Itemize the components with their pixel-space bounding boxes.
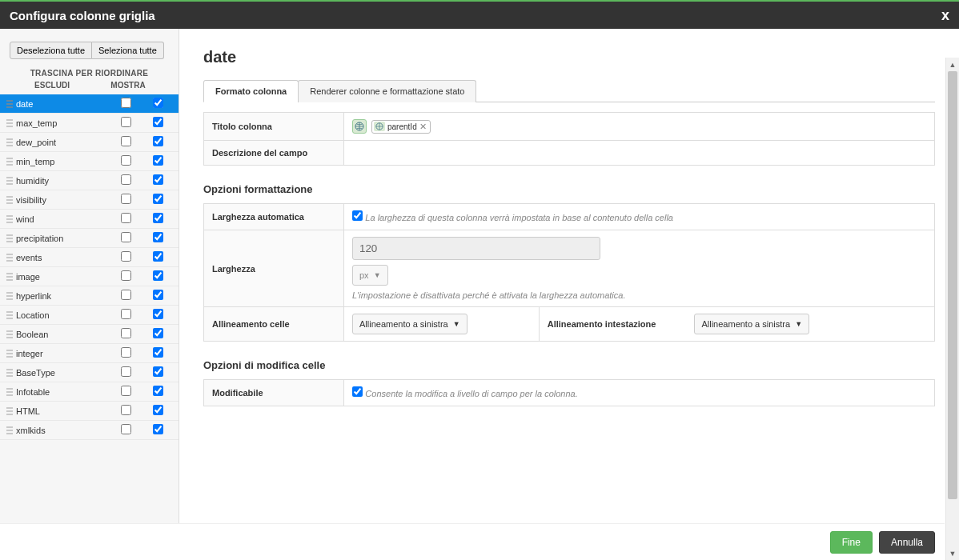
field-row[interactable]: Location (0, 306, 179, 325)
drag-handle-icon[interactable] (6, 350, 13, 358)
drag-handle-icon[interactable] (6, 369, 13, 377)
drag-handle-icon[interactable] (6, 100, 13, 108)
chip-remove-icon[interactable]: ✕ (419, 122, 427, 132)
drag-handle-icon[interactable] (6, 311, 13, 319)
parent-id-chip[interactable]: parentId ✕ (371, 120, 431, 134)
field-row[interactable]: xmlkids (0, 421, 179, 440)
exclude-checkbox[interactable] (121, 309, 131, 319)
show-checkbox[interactable] (153, 309, 163, 319)
drag-handle-icon[interactable] (6, 177, 13, 185)
show-checkbox[interactable] (153, 98, 163, 108)
exclude-checkbox[interactable] (121, 213, 131, 223)
field-row[interactable]: date (0, 94, 179, 114)
scroll-up-arrow-icon[interactable]: ▲ (946, 58, 959, 71)
svg-rect-2 (6, 106, 13, 108)
show-checkbox[interactable] (153, 424, 163, 434)
show-checkbox[interactable] (153, 117, 163, 127)
tab-format[interactable]: Formato colonna (203, 80, 299, 102)
field-row[interactable]: humidity (0, 171, 179, 190)
show-checkbox[interactable] (153, 290, 163, 300)
show-checkbox[interactable] (153, 347, 163, 358)
field-row[interactable]: Boolean (0, 325, 179, 344)
drag-handle-icon[interactable] (6, 273, 13, 281)
drag-handle-icon[interactable] (6, 407, 13, 415)
field-row[interactable]: HTML (0, 402, 179, 421)
svg-rect-41 (6, 356, 13, 358)
drag-handle-icon[interactable] (6, 158, 13, 166)
drag-handle-icon[interactable] (6, 426, 13, 434)
field-row[interactable]: events (0, 248, 179, 267)
exclude-checkbox[interactable] (121, 290, 131, 300)
exclude-checkbox[interactable] (121, 155, 131, 166)
width-unit-select[interactable]: px ▼ (352, 265, 388, 286)
cancel-button[interactable]: Annulla (879, 531, 935, 554)
show-checkbox[interactable] (153, 405, 163, 415)
auto-width-checkbox[interactable] (352, 210, 363, 221)
show-checkbox[interactable] (153, 155, 163, 166)
svg-rect-8 (6, 145, 13, 146)
vertical-scrollbar[interactable]: ▲ ▼ (945, 58, 959, 560)
select-all-button[interactable]: Seleziona tutte (92, 42, 164, 59)
header-align-select[interactable]: Allineamento a sinistra ▼ (694, 314, 809, 334)
deselect-all-button[interactable]: Deseleziona tutte (10, 42, 92, 59)
exclude-checkbox[interactable] (121, 270, 131, 281)
field-description-cell[interactable] (344, 141, 935, 166)
show-checkbox[interactable] (153, 213, 163, 223)
scroll-down-arrow-icon[interactable]: ▼ (946, 546, 959, 560)
show-checkbox[interactable] (153, 386, 163, 396)
drag-handle-icon[interactable] (6, 254, 13, 262)
field-row[interactable]: precipitation (0, 229, 179, 248)
globe-icon[interactable] (352, 119, 367, 134)
close-icon[interactable]: x (941, 7, 949, 24)
field-row[interactable]: wind (0, 210, 179, 229)
svg-rect-29 (6, 279, 13, 281)
field-row[interactable]: visibility (0, 190, 179, 210)
field-list[interactable]: datemax_tempdew_pointmin_temphumidityvis… (0, 94, 179, 547)
drag-handle-icon[interactable] (6, 330, 13, 338)
exclude-checkbox[interactable] (121, 347, 131, 358)
exclude-checkbox[interactable] (121, 174, 131, 185)
exclude-checkbox[interactable] (121, 366, 131, 377)
svg-rect-10 (6, 161, 13, 162)
exclude-checkbox[interactable] (121, 194, 131, 204)
drag-handle-icon[interactable] (6, 388, 13, 396)
done-button[interactable]: Fine (830, 531, 873, 554)
field-row[interactable]: image (0, 267, 179, 286)
field-row[interactable]: dew_point (0, 133, 179, 152)
field-row[interactable]: max_temp (0, 114, 179, 133)
drag-handle-icon[interactable] (6, 196, 13, 204)
exclude-checkbox[interactable] (121, 136, 131, 146)
exclude-checkbox[interactable] (121, 251, 131, 262)
exclude-checkbox[interactable] (121, 424, 131, 434)
exclude-checkbox[interactable] (121, 405, 131, 415)
exclude-header: ESCLUDI (0, 81, 104, 90)
width-input[interactable] (352, 237, 600, 260)
cell-align-select[interactable]: Allineamento a sinistra ▼ (352, 314, 467, 334)
show-checkbox[interactable] (153, 251, 163, 262)
exclude-checkbox[interactable] (121, 98, 131, 108)
editable-checkbox[interactable] (352, 386, 363, 397)
field-name: BaseType (16, 368, 110, 378)
show-checkbox[interactable] (153, 174, 163, 185)
exclude-checkbox[interactable] (121, 232, 131, 242)
tab-renderer[interactable]: Renderer colonne e formattazione stato (298, 80, 476, 102)
drag-handle-icon[interactable] (6, 119, 13, 127)
drag-handle-icon[interactable] (6, 234, 13, 242)
field-row[interactable]: min_temp (0, 152, 179, 171)
show-checkbox[interactable] (153, 232, 163, 242)
field-row[interactable]: hyperlink (0, 286, 179, 306)
exclude-checkbox[interactable] (121, 328, 131, 338)
exclude-checkbox[interactable] (121, 386, 131, 396)
field-row[interactable]: BaseType (0, 363, 179, 382)
drag-handle-icon[interactable] (6, 215, 13, 223)
show-checkbox[interactable] (153, 194, 163, 204)
exclude-checkbox[interactable] (121, 117, 131, 127)
show-checkbox[interactable] (153, 328, 163, 338)
show-checkbox[interactable] (153, 366, 163, 377)
field-row[interactable]: Infotable (0, 382, 179, 402)
drag-handle-icon[interactable] (6, 292, 13, 300)
drag-handle-icon[interactable] (6, 138, 13, 146)
field-row[interactable]: integer (0, 344, 179, 363)
show-checkbox[interactable] (153, 136, 163, 146)
show-checkbox[interactable] (153, 270, 163, 281)
